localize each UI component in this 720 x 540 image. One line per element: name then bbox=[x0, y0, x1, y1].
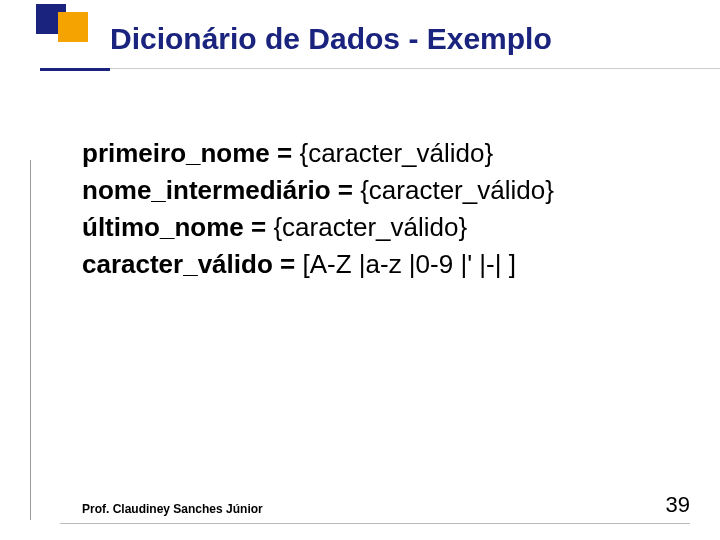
definition-line: primeiro_nome = {caracter_válido} bbox=[82, 135, 710, 172]
footer-author: Prof. Claudiney Sanches Júnior bbox=[82, 502, 263, 516]
page-number: 39 bbox=[666, 492, 690, 518]
definition-eq: = bbox=[244, 212, 274, 242]
slide: Dicionário de Dados - Exemplo Engenharia… bbox=[0, 0, 720, 540]
definition-value: [A-Z |a-z |0-9 |' |-| ] bbox=[302, 249, 516, 279]
definition-line: último_nome = {caracter_válido} bbox=[82, 209, 710, 246]
definition-eq: = bbox=[270, 138, 300, 168]
sidebar-rule bbox=[30, 160, 31, 520]
definition-line: nome_intermediário = {caracter_válido} bbox=[82, 172, 710, 209]
title-underline-ext bbox=[110, 68, 720, 69]
definition-term: caracter_válido bbox=[82, 249, 273, 279]
definition-value: {caracter_válido} bbox=[360, 175, 554, 205]
definition-eq: = bbox=[331, 175, 361, 205]
title-bar: Dicionário de Dados - Exemplo bbox=[40, 22, 720, 82]
definition-value: {caracter_válido} bbox=[273, 212, 467, 242]
definition-term: nome_intermediário bbox=[82, 175, 331, 205]
footer-rule bbox=[60, 523, 690, 524]
body-content: primeiro_nome = {caracter_válido} nome_i… bbox=[82, 135, 710, 283]
definition-term: último_nome bbox=[82, 212, 244, 242]
accent-square-orange bbox=[58, 12, 88, 42]
page-title: Dicionário de Dados - Exemplo bbox=[110, 22, 552, 56]
definition-value: {caracter_válido} bbox=[299, 138, 493, 168]
title-underline bbox=[40, 68, 110, 71]
definition-eq: = bbox=[273, 249, 303, 279]
definition-line: caracter_válido = [A-Z |a-z |0-9 |' |-| … bbox=[82, 246, 710, 283]
definition-term: primeiro_nome bbox=[82, 138, 270, 168]
